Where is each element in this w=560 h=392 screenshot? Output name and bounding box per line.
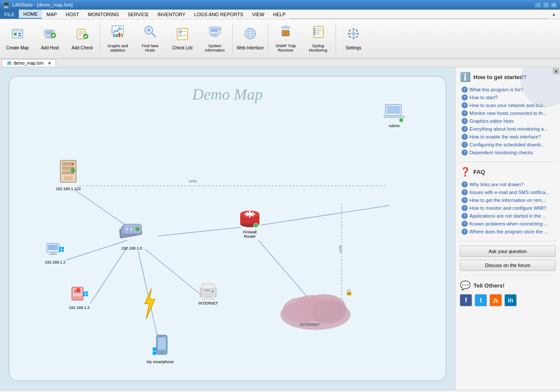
node-admin[interactable]: Admin	[377, 104, 412, 128]
create-map-button[interactable]: Create Map	[2, 21, 33, 56]
status-bar: 🖥️ demo_map.lsm 992 : 135 Active tasks: …	[0, 390, 560, 392]
syslog-button[interactable]: SyslogMonitoring	[302, 21, 334, 56]
link-known-problems[interactable]: Known problems when connecting ...	[460, 220, 556, 228]
link-host-monitoring[interactable]: Everything about host monitoring a...	[460, 125, 556, 133]
rss-icon[interactable]	[490, 294, 502, 306]
switch-icon	[119, 221, 145, 243]
web-interface-button[interactable]: Web Interface	[234, 21, 266, 56]
link-scheduled-downtime[interactable]: Configuring the scheduled downti...	[460, 141, 556, 149]
admin-label: Admin	[388, 124, 400, 128]
pc2-label: 192.168.1.3	[69, 305, 90, 310]
menu-service[interactable]: SERVICE	[123, 10, 153, 19]
svg-rect-2	[18, 33, 21, 34]
svg-point-65	[353, 32, 355, 35]
ribbon-sep-2	[232, 24, 233, 54]
svg-rect-100	[59, 250, 61, 252]
firewall-icon	[238, 205, 262, 229]
doc-tab-close[interactable]: ✕	[48, 61, 51, 66]
map-canvas[interactable]: Demo Map	[9, 76, 446, 381]
menu-monitoring[interactable]: MONITORING	[84, 10, 123, 19]
link-dependent-checks[interactable]: Dependent monitoring checks	[460, 149, 556, 156]
admin-icon	[383, 104, 406, 124]
link-program-store[interactable]: Where does the program store the ...	[460, 228, 556, 236]
server-label: 192.168.1.102	[56, 187, 81, 191]
node-switch[interactable]: 192.168.1.0	[114, 221, 149, 250]
web-interface-label: Web Interface	[237, 45, 264, 51]
link-monitor-hosts[interactable]: Monitor new hosts connected to th...	[460, 109, 556, 117]
add-check-button[interactable]: Add Check	[66, 21, 98, 56]
ribbon-minimize-btn[interactable]: ▲	[550, 12, 557, 17]
menu-bar: FILE HOME MAP HOST MONITORING SERVICE IN…	[0, 10, 560, 19]
svg-rect-107	[83, 291, 85, 294]
menu-logs[interactable]: LOGS AND REPORTS	[190, 10, 248, 19]
doc-tab-icon: 🗺️	[7, 61, 12, 66]
doc-tab-demo-map[interactable]: 🗺️ demo_map.lsm ✕	[2, 59, 56, 66]
linkedin-icon[interactable]: in	[504, 294, 517, 306]
node-printer[interactable]: INTERNET	[191, 282, 226, 305]
svg-rect-127	[387, 106, 400, 114]
discuss-forum-button[interactable]: Discuss on the forum	[460, 260, 556, 271]
svg-rect-57	[353, 37, 354, 39]
add-host-button[interactable]: Add Host	[34, 21, 66, 56]
find-hosts-button[interactable]: Find NewHosts	[134, 21, 166, 56]
node-pc2[interactable]: 192.168.1.3	[62, 286, 97, 310]
ask-question-button[interactable]: Ask your question	[460, 246, 556, 257]
menu-help[interactable]: HELP	[269, 10, 290, 19]
svg-rect-120	[202, 284, 214, 289]
faq-icon: ❓	[460, 167, 471, 177]
svg-rect-1	[14, 33, 17, 35]
node-firewall[interactable]: FirewallRouter	[232, 205, 267, 239]
link-web-interface[interactable]: How to enable the web interface?	[460, 133, 556, 141]
svg-point-118	[254, 223, 258, 228]
svg-rect-140	[158, 337, 166, 350]
settings-button[interactable]: Settings	[338, 21, 369, 56]
panel-close-button[interactable]: ✕	[553, 68, 559, 74]
link-graphics-hints[interactable]: Graphics editor hints	[460, 117, 556, 125]
node-internet[interactable]: INTERNET 🔒	[276, 286, 355, 331]
svg-rect-60	[348, 29, 351, 32]
menu-view[interactable]: VIEW	[248, 10, 269, 19]
facebook-icon[interactable]: f	[460, 294, 472, 306]
menu-map[interactable]: MAP	[42, 10, 61, 19]
node-pc1[interactable]: 192.168.1.2	[38, 243, 73, 264]
title-bar: 🖥️ LANState - [demo_map.lsm] ─ □ ✕	[0, 0, 560, 10]
system-info-button[interactable]: SystemInformation	[199, 21, 231, 56]
menu-host[interactable]: HOST	[61, 10, 84, 19]
svg-rect-29	[211, 28, 218, 32]
svg-rect-96	[51, 252, 55, 254]
link-apps-not-started[interactable]: Applications are not started in the ...	[460, 212, 556, 220]
snmp-trap-button[interactable]: SNMP TrapReceiver	[270, 21, 301, 56]
link-email-sms[interactable]: Issues with e-mail and SMS notifica...	[460, 188, 556, 196]
svg-rect-108	[86, 291, 88, 294]
link-wmi[interactable]: How to monitor and configure WMI?	[460, 204, 556, 212]
graphs-label: Graphs andstatistics	[107, 44, 128, 53]
vpn-label: VPN	[189, 179, 197, 184]
svg-rect-83	[64, 176, 73, 180]
svg-point-44	[285, 32, 287, 34]
node-smartphone[interactable]: My smartphone	[143, 334, 178, 364]
check-list-label: Check List	[172, 45, 193, 51]
map-area[interactable]: Demo Map	[0, 67, 455, 390]
minimize-button[interactable]: ─	[535, 2, 542, 8]
link-links-not-drawn[interactable]: Why links are not drawn?	[460, 180, 556, 188]
graphs-button[interactable]: Graphs andstatistics	[102, 21, 133, 56]
restore-button[interactable]: □	[542, 2, 550, 8]
menu-file[interactable]: FILE	[0, 10, 19, 19]
twitter-icon[interactable]: t	[475, 294, 487, 306]
divider-2	[460, 241, 556, 241]
close-button[interactable]: ✕	[550, 2, 557, 8]
svg-rect-31	[210, 35, 218, 36]
link-remote-info[interactable]: How to get the information on rem...	[460, 196, 556, 204]
svg-rect-17	[119, 33, 120, 37]
menu-home[interactable]: HOME	[19, 10, 42, 19]
link-how-start-text: How to start?	[469, 95, 498, 100]
server-icon	[58, 160, 79, 186]
svg-rect-58	[348, 33, 350, 34]
svg-rect-63	[355, 29, 358, 32]
svg-line-71	[261, 205, 390, 225]
divider-1	[460, 162, 556, 162]
node-server[interactable]: 192.168.1.102	[51, 160, 86, 191]
window-title: LANState - [demo_map.lsm]	[12, 2, 535, 7]
menu-inventory[interactable]: INVENTORY	[153, 10, 190, 19]
check-list-button[interactable]: Check List	[167, 21, 198, 56]
